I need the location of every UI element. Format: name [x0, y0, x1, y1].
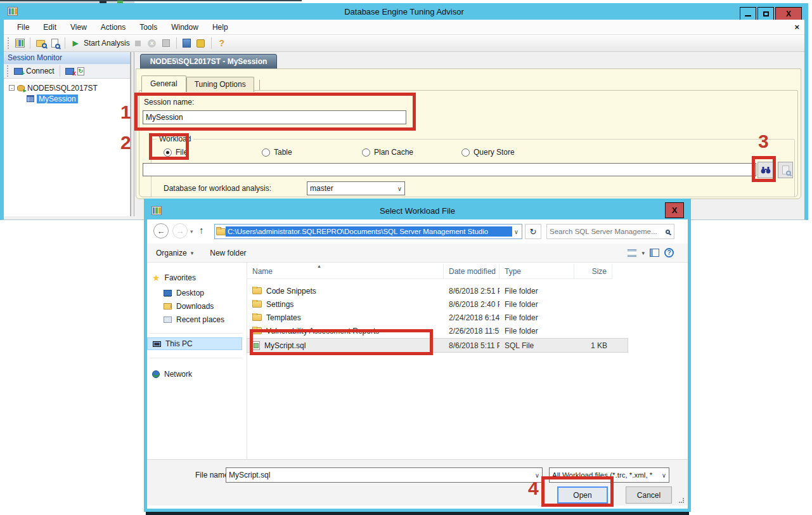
- history-chevron-icon[interactable]: ▾: [190, 228, 193, 235]
- annotation-number-3: 3: [758, 131, 769, 152]
- view-mode-icon[interactable]: [628, 249, 636, 257]
- help-icon[interactable]: ?: [216, 37, 228, 49]
- tree-server-node[interactable]: - NODE5\SQL2017ST: [9, 82, 130, 93]
- search-box[interactable]: [546, 224, 674, 239]
- menu-view[interactable]: View: [63, 21, 94, 34]
- title-bar: Database Engine Tuning Advisor X: [4, 3, 804, 20]
- session-monitor-toolbar: Connect ↻: [4, 64, 130, 79]
- tuning-options-icon[interactable]: [195, 37, 207, 49]
- start-analysis-button[interactable]: Start Analysis: [84, 39, 130, 48]
- file-row[interactable]: Vulnerability Assessment Reports2/26/201…: [247, 324, 688, 337]
- menu-file[interactable]: File: [10, 21, 36, 34]
- dialog-footer: File name: MyScript.sql∨ All Workload fi…: [147, 459, 688, 505]
- disconnect-icon[interactable]: [65, 68, 74, 75]
- minimize-button[interactable]: [740, 7, 756, 20]
- maximize-button[interactable]: [757, 7, 774, 20]
- new-folder-button[interactable]: New folder: [210, 249, 246, 258]
- forward-button[interactable]: →: [172, 223, 188, 238]
- nav-desktop[interactable]: Desktop: [147, 287, 242, 299]
- dialog-close-button[interactable]: X: [665, 202, 684, 218]
- back-button[interactable]: ←: [153, 223, 169, 238]
- column-header-size[interactable]: Size: [574, 264, 612, 279]
- nav-this-pc[interactable]: This PC: [147, 337, 242, 350]
- open-button[interactable]: Open: [557, 486, 608, 504]
- nav-network[interactable]: Network: [147, 368, 242, 381]
- database-select[interactable]: master∨: [307, 181, 405, 195]
- session-monitor-header: Session Monitor: [4, 52, 130, 64]
- menu-tools[interactable]: Tools: [132, 21, 164, 34]
- open-session-button[interactable]: [49, 37, 60, 49]
- session-monitor-panel: Session Monitor Connect ↻ - NODE5\SQL201…: [4, 52, 131, 216]
- file-row[interactable]: Settings8/6/2018 2:40 PMFile folder: [247, 297, 688, 311]
- database-analysis-label: Database for workload analysis:: [164, 184, 271, 193]
- annotation-number-2: 2: [120, 132, 131, 153]
- export-icon[interactable]: [160, 37, 172, 49]
- new-session-button[interactable]: [14, 37, 25, 49]
- radio-query-store[interactable]: Query Store: [461, 148, 515, 157]
- nav-downloads[interactable]: Downloads: [147, 300, 242, 313]
- toolbar-grip: [8, 37, 10, 49]
- help-icon[interactable]: ?: [664, 248, 674, 258]
- document-tab[interactable]: NODE5\SQL2017ST - MySession: [140, 54, 277, 68]
- tree-session-node[interactable]: MySession: [27, 93, 130, 104]
- connect-button[interactable]: Connect: [26, 67, 55, 75]
- address-chevron-icon[interactable]: ∨: [512, 228, 520, 235]
- dialog-nav-bar: ← → ▾ ↑ C:\Users\administrator.SQLREPRO\…: [147, 219, 688, 244]
- column-header-date[interactable]: Date modified: [444, 264, 499, 279]
- window-title: Database Engine Tuning Advisor: [4, 7, 804, 16]
- cancel-analysis-icon[interactable]: ×: [146, 37, 158, 49]
- computer-icon: [153, 341, 161, 347]
- browse-table-button[interactable]: [778, 162, 793, 178]
- resize-grip[interactable]: [679, 498, 684, 503]
- open-workload-file-button[interactable]: [35, 37, 46, 49]
- refresh-icon[interactable]: ↻: [77, 67, 84, 75]
- file-row[interactable]: MyScript.sql8/6/2018 5:11 PMSQL File1 KB: [247, 339, 628, 352]
- nav-favorites[interactable]: ★ Favorites: [147, 271, 242, 284]
- radio-plan-cache[interactable]: Plan Cache: [362, 148, 413, 157]
- cancel-button[interactable]: Cancel: [626, 486, 672, 504]
- browse-file-button[interactable]: [757, 162, 774, 178]
- menu-bar-items: FileEditViewActionsToolsWindowHelp: [10, 23, 235, 32]
- dialog-title: Select Workload File: [147, 206, 688, 216]
- file-name-combo[interactable]: MyScript.sql∨: [226, 467, 543, 483]
- menu-close-icon[interactable]: ×: [794, 22, 799, 32]
- chevron-down-icon: ∨: [662, 472, 666, 479]
- preview-pane-icon[interactable]: [650, 249, 659, 257]
- menu-edit[interactable]: Edit: [36, 21, 63, 34]
- menu-window[interactable]: Window: [164, 21, 205, 34]
- radio-file[interactable]: File: [164, 148, 188, 157]
- file-row[interactable]: Templates2/24/2018 6:14 PMFile folder: [247, 311, 688, 324]
- nav-recent-places[interactable]: Recent places: [147, 313, 242, 326]
- dialog-left-nav: ★ Favorites DesktopDownloadsRecent place…: [147, 263, 247, 459]
- session-name-selected[interactable]: MySession: [37, 95, 78, 103]
- organize-button[interactable]: Organize: [156, 249, 187, 258]
- radio-dot: [461, 148, 470, 157]
- stop-analysis-icon[interactable]: [132, 37, 144, 49]
- session-name-input[interactable]: [143, 110, 406, 124]
- workload-file-input[interactable]: [143, 163, 756, 176]
- address-text[interactable]: C:\Users\administrator.SQLREPRO\Document…: [226, 226, 512, 237]
- tab-general[interactable]: General: [141, 75, 186, 92]
- search-input[interactable]: [550, 228, 666, 235]
- view-mode-chevron-icon[interactable]: ▾: [641, 250, 645, 256]
- close-button[interactable]: X: [775, 7, 802, 20]
- address-bar[interactable]: C:\Users\administrator.SQLREPRO\Document…: [214, 224, 522, 239]
- column-header-name[interactable]: Name▲: [247, 264, 444, 279]
- radio-table[interactable]: Table: [262, 148, 292, 157]
- collapse-icon[interactable]: -: [9, 85, 15, 91]
- server-icon: [17, 85, 25, 91]
- tab-tuning-options[interactable]: Tuning Options: [186, 77, 254, 92]
- refresh-button[interactable]: ↻: [525, 224, 541, 239]
- column-header-type[interactable]: Type: [499, 264, 574, 279]
- up-button[interactable]: ↑: [199, 225, 204, 235]
- file-type-select[interactable]: All Workload files (*.trc, *.xml, *∨: [549, 467, 669, 483]
- menu-actions[interactable]: Actions: [94, 21, 132, 34]
- nav-divider: [150, 333, 242, 334]
- menu-help[interactable]: Help: [205, 21, 235, 34]
- report-icon[interactable]: [181, 37, 193, 49]
- star-icon: ★: [152, 273, 160, 283]
- folder-icon: [216, 228, 226, 235]
- folder-icon: [252, 314, 262, 321]
- recent-places-icon: [164, 316, 172, 323]
- file-row[interactable]: Code Snippets8/6/2018 2:51 PMFile folder: [247, 284, 688, 297]
